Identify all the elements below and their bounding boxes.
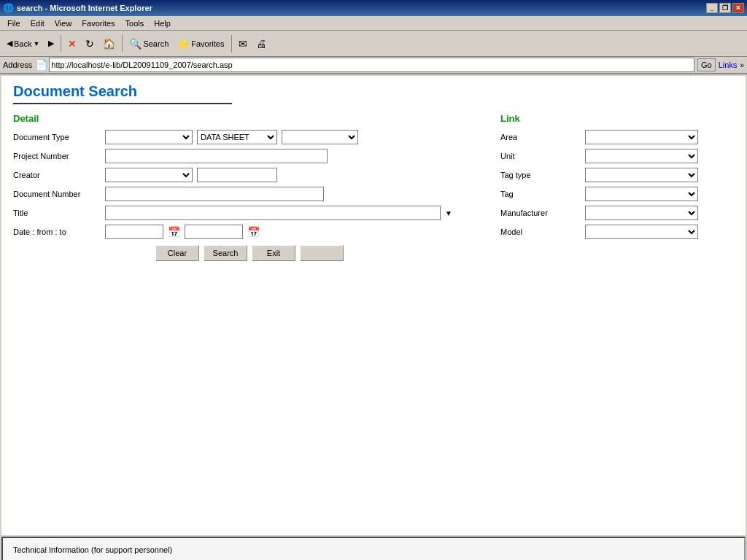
unit-row: Unit	[500, 149, 734, 163]
title-dropdown-icon[interactable]: ▼	[445, 209, 452, 217]
links-label[interactable]: Links	[719, 61, 738, 69]
main-content: Document Search Detail Document Type DAT…	[1, 76, 746, 535]
back-button[interactable]: ◀ Back ▼	[3, 34, 43, 54]
document-type-select3[interactable]	[282, 130, 358, 144]
document-number-label: Document Number	[13, 190, 101, 198]
title-input[interactable]	[105, 206, 441, 220]
links-expand-icon[interactable]: »	[740, 61, 744, 69]
home-icon: 🏠	[103, 38, 115, 50]
menu-edit[interactable]: Edit	[26, 18, 49, 28]
unit-select[interactable]	[585, 149, 698, 163]
creator-input[interactable]	[197, 168, 277, 182]
search-icon: 🔍	[129, 38, 142, 50]
tag-select[interactable]	[585, 187, 698, 201]
back-dropdown-icon[interactable]: ▼	[33, 40, 39, 47]
search-toolbar-label: Search	[143, 39, 169, 48]
address-label: Address	[3, 61, 32, 69]
title-bar: 🌐 search - Microsoft Internet Explorer _…	[0, 0, 747, 16]
link-title: Link	[500, 113, 734, 124]
menu-favorites[interactable]: Favorites	[77, 18, 119, 28]
tag-type-label: Tag type	[500, 171, 581, 179]
forward-button[interactable]: ▶	[44, 34, 58, 54]
detail-title: Detail	[13, 113, 486, 124]
manufacturer-row: Manufacturer	[500, 206, 734, 220]
favorites-toolbar-button[interactable]: ⭐ Favorites	[174, 34, 228, 54]
title-bar-buttons: _ ❐ ✕	[706, 3, 744, 13]
tag-row: Tag	[500, 187, 734, 201]
back-icon: ◀	[7, 39, 12, 48]
date-to-input[interactable]	[185, 225, 243, 239]
extra-button[interactable]	[300, 245, 344, 261]
mail-button[interactable]: ✉	[235, 34, 251, 54]
document-type-label: Document Type	[13, 133, 101, 141]
separator-2	[122, 35, 123, 52]
form-section: Detail Document Type DATA SHEET Project …	[13, 113, 734, 261]
close-button[interactable]: ✕	[732, 3, 744, 13]
area-label: Area	[500, 133, 581, 141]
project-number-label: Project Number	[13, 152, 101, 160]
results-inner[interactable]: Technical Information (for support perso…	[3, 538, 744, 560]
creator-row: Creator	[13, 168, 486, 182]
results-area: Technical Information (for support perso…	[1, 537, 746, 560]
title-bar-left: 🌐 search - Microsoft Internet Explorer	[3, 3, 152, 13]
unit-label: Unit	[500, 152, 581, 160]
date-from-input[interactable]	[105, 225, 163, 239]
document-number-row: Document Number	[13, 187, 486, 201]
clear-button[interactable]: Clear	[155, 245, 199, 261]
mail-icon: ✉	[239, 38, 247, 50]
date-label: Date : from : to	[13, 228, 101, 236]
date-row: Date : from : to 📅 📅	[13, 225, 486, 239]
link-section: Link Area Unit Tag type Tag Manufacturer	[500, 113, 734, 261]
window-title: search - Microsoft Internet Explorer	[17, 4, 152, 12]
tag-label: Tag	[500, 190, 581, 198]
address-input[interactable]	[49, 58, 694, 72]
menu-bar: File Edit View Favorites Tools Help	[0, 16, 747, 31]
manufacturer-select[interactable]	[585, 206, 698, 220]
favorites-toolbar-label: Favorites	[191, 39, 224, 48]
buttons-row: Clear Search Exit	[13, 245, 486, 261]
calendar-to-icon[interactable]: 📅	[247, 226, 260, 238]
separator-1	[61, 35, 61, 52]
menu-help[interactable]: Help	[150, 18, 175, 28]
menu-view[interactable]: View	[50, 18, 77, 28]
tag-type-row: Tag type	[500, 168, 734, 182]
print-icon: 🖨	[256, 38, 266, 50]
refresh-button[interactable]: ↻	[82, 34, 98, 54]
restore-button[interactable]: ❐	[719, 3, 731, 13]
document-number-input[interactable]	[105, 187, 324, 201]
manufacturer-label: Manufacturer	[500, 209, 581, 217]
home-button[interactable]: 🏠	[99, 34, 119, 54]
area-select[interactable]	[585, 130, 698, 144]
calendar-from-icon[interactable]: 📅	[168, 226, 180, 238]
page-title: Document Search	[13, 83, 734, 100]
creator-select[interactable]	[105, 168, 193, 182]
star-icon: ⭐	[177, 38, 190, 50]
print-button[interactable]: 🖨	[252, 34, 270, 54]
document-type-select2[interactable]: DATA SHEET	[197, 130, 277, 144]
title-row: Title ▼	[13, 206, 486, 220]
document-type-select1[interactable]	[105, 130, 193, 144]
model-select[interactable]	[585, 225, 698, 239]
search-toolbar-button[interactable]: 🔍 Search	[125, 34, 172, 54]
project-number-input[interactable]	[105, 149, 328, 163]
menu-file[interactable]: File	[3, 18, 25, 28]
back-label: Back	[14, 39, 31, 48]
area-row: Area	[500, 130, 734, 144]
tag-type-select[interactable]	[585, 168, 698, 182]
stop-icon: ✕	[68, 38, 77, 50]
menu-tools[interactable]: Tools	[121, 18, 149, 28]
title-divider	[13, 103, 232, 104]
document-type-row: Document Type DATA SHEET	[13, 130, 486, 144]
forward-icon: ▶	[48, 39, 54, 48]
exit-button[interactable]: Exit	[252, 245, 295, 261]
project-number-row: Project Number	[13, 149, 486, 163]
minimize-button[interactable]: _	[706, 3, 718, 13]
model-label: Model	[500, 228, 581, 236]
go-button[interactable]: Go	[697, 58, 716, 71]
title-field-label: Title	[13, 209, 101, 217]
model-row: Model	[500, 225, 734, 239]
tech-info-title: Technical Information (for support perso…	[13, 545, 734, 554]
stop-button[interactable]: ✕	[64, 34, 80, 54]
ie-icon: 🌐	[3, 3, 14, 13]
search-button[interactable]: Search	[204, 245, 247, 261]
